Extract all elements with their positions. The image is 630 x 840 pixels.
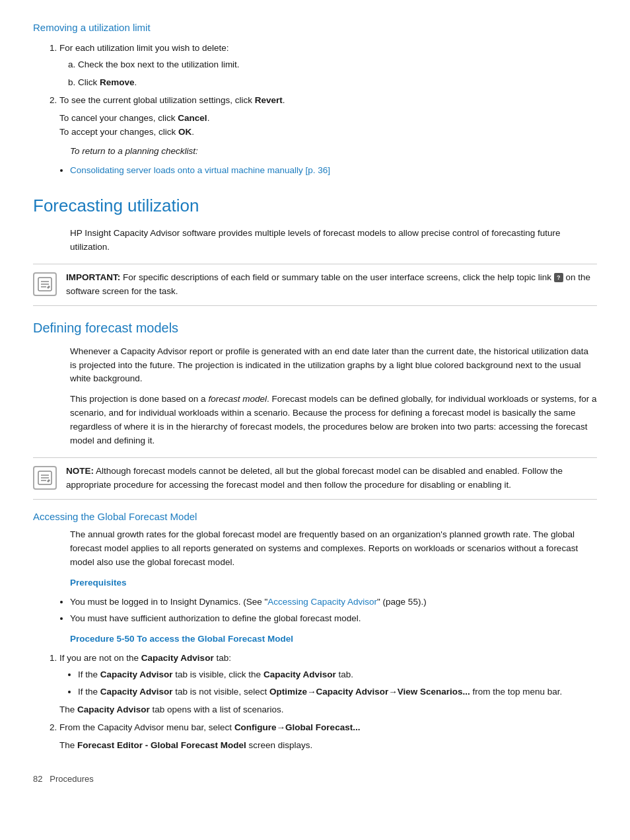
step-2-text: To see the current global utilization se… [59,95,285,105]
note-pencil-icon2 [38,471,52,485]
procedure-label-block: Procedure 5-50 To access the Global Fore… [33,632,597,646]
planning-link-item: Consolidating server loads onto a virtua… [70,164,597,178]
prerequisites-label: Prerequisites [70,576,597,590]
step-2: To see the current global utilization se… [59,94,597,139]
step-1b-text: Click Remove. [78,77,137,87]
proc-step-2: From the Capacity Advisor menu bar, sele… [59,721,597,753]
accessing-global-forecast-section: Accessing the Global Forecast Model The … [33,509,597,753]
step-2-cancel: To cancel your changes, click Cancel. [59,112,597,126]
forecast-model-italic: forecast model [208,394,267,404]
proc-step-2-followup: The Forecast Editor - Global Forecast Mo… [59,739,597,753]
procedure-label: Procedure 5-50 To access the Global Fore… [70,632,597,646]
defining-forecast-para2: This projection is done based on a forec… [33,393,597,448]
prereq-link-1[interactable]: Accessing Capacity Advisor [267,597,377,607]
note-content: NOTE: Although forecast models cannot be… [66,465,597,492]
prerequisites-block: Prerequisites [33,576,597,590]
removing-steps-list: For each utilization limit you wish to d… [33,42,597,139]
removing-utilization-section: Removing a utilization limit For each ut… [33,20,597,178]
note-icon [33,466,57,490]
step-1b: Click Remove. [78,76,597,90]
step-1-substeps: Check the box next to the utilization li… [59,58,597,90]
planning-link[interactable]: Consolidating server loads onto a virtua… [70,165,330,175]
proc-step-1a: If the Capacity Advisor tab is visible, … [78,668,597,682]
note-label: NOTE: [66,466,94,476]
step-2-extra: To cancel your changes, click Cancel. To… [59,112,597,139]
important-icon [33,272,57,296]
important-note-box: IMPORTANT: For specific descriptions of … [33,264,597,306]
step-1: For each utilization limit you wish to d… [59,42,597,90]
planning-checklist-block: To return to a planning checklist: [33,145,597,159]
proc-step-1-text: If you are not on the Capacity Advisor t… [59,653,231,663]
accessing-global-heading: Accessing the Global Forecast Model [33,509,597,524]
step-2-ok: To accept your changes, click OK. [59,126,597,139]
defining-forecast-section: Defining forecast models Whenever a Capa… [33,318,597,500]
forecasting-body: HP Insight Capacity Advisor software pro… [33,227,597,254]
step-1a: Check the box next to the utilization li… [78,58,597,72]
page-number: 82 [33,774,42,784]
forecasting-utilization-heading: Forecasting utilization [33,192,597,219]
proc-step-1: If you are not on the Capacity Advisor t… [59,652,597,718]
note-box: NOTE: Although forecast models cannot be… [33,457,597,500]
prerequisites-list: You must be logged in to Insight Dynamic… [33,595,597,626]
important-note-content: IMPORTANT: For specific descriptions of … [66,271,597,299]
step-1-text: For each utilization limit you wish to d… [59,43,229,53]
removing-utilization-heading: Removing a utilization limit [33,20,597,35]
proc-step-2-text: From the Capacity Advisor menu bar, sele… [59,722,360,732]
prereq-item-2: You must have sufficient authorization t… [70,612,597,626]
prereq-item-1: You must be logged in to Insight Dynamic… [70,595,597,609]
forecasting-utilization-section: Forecasting utilization HP Insight Capac… [33,192,597,306]
planning-checklist-label: To return to a planning checklist: [70,146,198,156]
important-text: For specific descriptions of each field … [123,272,554,282]
proc-step-1-followup: The Capacity Advisor tab opens with a li… [59,703,597,717]
proc-step-1-substeps: If the Capacity Advisor tab is visible, … [59,668,597,700]
planning-links: Consolidating server loads onto a virtua… [33,164,597,178]
note-text: Although forecast models cannot be delet… [66,466,563,490]
proc-step-1b: If the Capacity Advisor tab is not visib… [78,685,597,699]
important-label: IMPORTANT: [66,272,120,282]
note-pencil-icon [38,277,52,291]
page-footer: 82 Procedures [33,773,597,786]
defining-forecast-para1: Whenever a Capacity Advisor report or pr… [33,345,597,387]
accessing-global-body: The annual growth rates for the global f… [33,528,597,570]
prereq-text-2: You must have sufficient authorization t… [70,613,361,623]
procedure-steps-list: If you are not on the Capacity Advisor t… [33,652,597,753]
page-footer-label: Procedures [50,774,93,784]
help-icon: ? [554,273,563,282]
defining-forecast-heading: Defining forecast models [33,318,597,338]
step-1a-text: Check the box next to the utilization li… [78,59,240,69]
